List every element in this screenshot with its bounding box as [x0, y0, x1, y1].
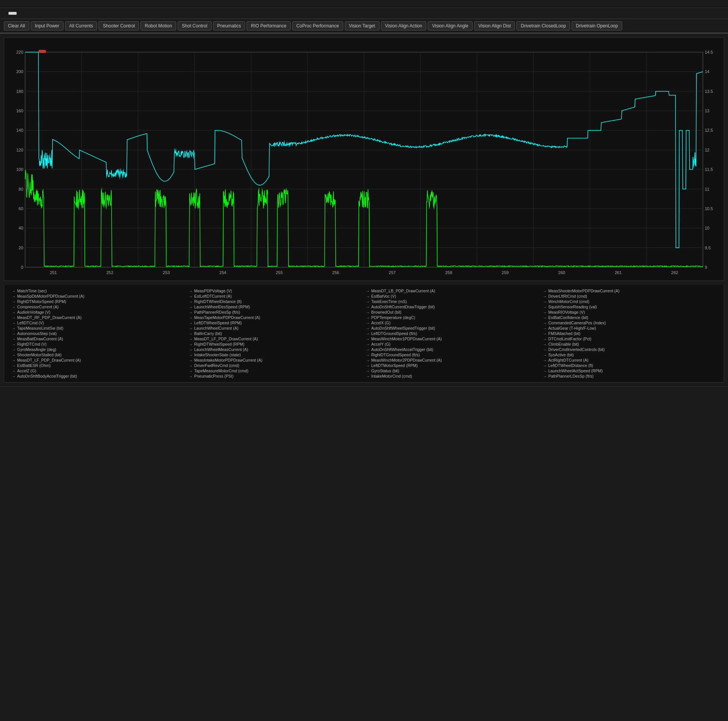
- legend-item: →CommandedCameraPos (Index): [543, 321, 716, 325]
- legend-item: →PathPlannerLDesSp (ft/s): [543, 374, 716, 378]
- legend-arrow: →: [366, 294, 370, 298]
- legend-arrow: →: [543, 337, 547, 341]
- legend-item: →SquishSensorReading (val): [543, 305, 716, 309]
- legend-item: →TapeMeasureMotorCmd (cmd): [189, 368, 362, 373]
- legend-item: →AudioInVoltage (V): [12, 310, 185, 314]
- legend-item: →MeasDT_LB_PDP_DrawCurrent (A): [366, 289, 539, 293]
- legend-item: →AutoDnShftCurrentDrawTrigger (bit): [366, 305, 539, 309]
- page-header: [0, 0, 728, 8]
- legend-arrow: →: [366, 321, 370, 325]
- legend-arrow: →: [543, 321, 547, 325]
- legend-arrow: →: [12, 358, 16, 362]
- chart-title: [4, 38, 724, 41]
- legend-item: →MeasBattDrawCurrent (A): [12, 337, 185, 341]
- legend-arrow: →: [543, 289, 547, 293]
- legend-item: →LeftDTCmd (V): [12, 321, 185, 325]
- legend-arrow: →: [543, 353, 547, 357]
- legend-item: →MeasShooterMotorPDPDrawCurrent (A): [543, 289, 716, 293]
- legend-item: →DriverCmdInvertedControls (bit): [543, 347, 716, 352]
- legend-item: →MeasTapeMotorPDPDrawCurrent (A): [189, 315, 362, 320]
- legend-item: →RightDTMotorSpeed (RPM): [12, 299, 185, 304]
- legend-arrow: →: [366, 332, 370, 336]
- toolbar-btn-shot-control[interactable]: Shot Control: [178, 21, 212, 30]
- toolbar-btn-shooter-control[interactable]: Shooter Control: [99, 21, 139, 30]
- legend-item: →MeasWinchMotor2PDPDrawCurrent (A): [366, 358, 539, 362]
- legend-arrow: →: [12, 294, 16, 298]
- legend-item: →MeasDT_LF_PDP_DrawCurrent (A): [189, 337, 362, 341]
- legend-item: →AutoDnShftBodyAccelTrigger (bit): [12, 374, 185, 378]
- legend-arrow: →: [543, 326, 547, 330]
- legend-item: →LaunchWheelDesSpeed (RPM): [189, 305, 362, 309]
- toolbar-btn-vision-align-angle[interactable]: Vision Align Angle: [428, 21, 472, 30]
- legend-area: →MatchTime (sec)→MeasPDPVoltage (V)→Meas…: [4, 285, 724, 383]
- legend-arrow: →: [366, 358, 370, 362]
- legend-arrow: →: [12, 316, 16, 320]
- toolbar-btn-robot-motion[interactable]: Robot Motion: [140, 21, 176, 30]
- legend-arrow: →: [189, 294, 193, 298]
- legend-arrow: →: [543, 364, 547, 368]
- legend-arrow: →: [12, 353, 16, 357]
- legend-arrow: →: [189, 358, 193, 362]
- legend-item: →RightDTWheelSpeed (RPM): [189, 342, 362, 346]
- legend-arrow: →: [543, 374, 547, 378]
- legend-item: →DTCmdLimitFactor (Pct): [543, 337, 716, 341]
- legend-arrow: →: [12, 305, 16, 309]
- legend-arrow: →: [543, 316, 547, 320]
- legend-item: →MeasSpDbMotorPDPDrawCurrent (A): [12, 294, 185, 298]
- toolbar-btn-input-power[interactable]: Input Power: [31, 21, 64, 30]
- toolbar-btn-all-currents[interactable]: All Currents: [65, 21, 97, 30]
- toolbar-btn-vision-align-dist[interactable]: Vision Align Dist: [474, 21, 515, 30]
- legend-item: →IntakeMotorCmd (cmd): [366, 374, 539, 378]
- legend-item: →EstBatVoc (V): [366, 294, 539, 298]
- legend-arrow: →: [189, 374, 193, 378]
- file-row: [0, 8, 728, 19]
- legend-item: →ClimbEnable (bit): [543, 342, 716, 346]
- legend-arrow: →: [12, 342, 16, 346]
- legend-item: →AutonomousStep (val): [12, 331, 185, 336]
- toolbar-btn-clear-all[interactable]: Clear All: [4, 21, 29, 30]
- legend-item: →MeasDT_LF_PDP_DrawCurrent (A): [12, 358, 185, 362]
- toolbar-btn-pneumatics[interactable]: Pneumatics: [213, 21, 245, 30]
- legend-arrow: →: [12, 348, 16, 352]
- legend-item: →LeftDTWheelDistance (ft): [543, 363, 716, 368]
- legend-arrow: →: [366, 364, 370, 368]
- legend-arrow: →: [189, 342, 193, 346]
- legend-item: →AccelZ (G): [12, 368, 185, 373]
- legend-arrow: →: [543, 342, 547, 346]
- legend-arrow: →: [189, 326, 193, 330]
- legend-item: →PneumaticPress (PSI): [189, 374, 362, 378]
- legend-arrow: →: [12, 364, 16, 368]
- chart-canvas-wrapper: [4, 48, 724, 281]
- legend-arrow: →: [543, 310, 547, 314]
- toolbar-btn-drivetrain-closedloop[interactable]: Drivetrain ClosedLoop: [516, 21, 570, 30]
- chart-area: 220200180160140120100806040200 14.51413.…: [4, 37, 724, 281]
- legend-arrow: →: [366, 337, 370, 341]
- legend-item: →ActualGear (T-High/F-Low): [543, 326, 716, 330]
- legend-item: →AccelY (G): [366, 342, 539, 346]
- legend-item: →FMSAttached (bit): [543, 331, 716, 336]
- legend-arrow: →: [189, 289, 193, 293]
- legend-item: →ShooterMotorStalled (bit): [12, 353, 185, 357]
- legend-item: →DriverFwdRevCmd (cmd): [189, 363, 362, 368]
- choose-file-button[interactable]: [8, 12, 17, 15]
- legend-item: →AccelX (G): [366, 321, 539, 325]
- legend-arrow: →: [189, 305, 193, 309]
- toolbar-btn-rio-performance[interactable]: RIO Performance: [247, 21, 290, 30]
- legend-arrow: →: [12, 326, 16, 330]
- legend-arrow: →: [189, 321, 193, 325]
- chart-canvas: [4, 48, 724, 281]
- toolbar-btn-coproc-performance[interactable]: CoProc Performance: [292, 21, 343, 30]
- toolbar-btn-vision-target[interactable]: Vision Target: [345, 21, 379, 30]
- legend-item: →CompressorCurrent (A): [12, 305, 185, 309]
- legend-arrow: →: [12, 289, 16, 293]
- legend-arrow: →: [189, 348, 193, 352]
- legend-item: →MeasRIOVoltage (V): [543, 310, 716, 314]
- legend-item: →GyroMeasAngle (deg): [12, 347, 185, 352]
- toolbar-btn-drivetrain-openloop[interactable]: Drivetrain OpenLoop: [572, 21, 622, 30]
- reset-zoom-button[interactable]: [38, 50, 46, 53]
- toolbar-btn-vision-align-action[interactable]: Vision Align Action: [381, 21, 427, 30]
- legend-item: →SysActive (bit): [543, 353, 716, 357]
- legend-arrow: →: [189, 310, 193, 314]
- legend-item: →LeftDTMotorSpeed (RPM): [366, 363, 539, 368]
- legend-item: →MeasIntakeMotorPDPDrawCurrent (A): [189, 358, 362, 362]
